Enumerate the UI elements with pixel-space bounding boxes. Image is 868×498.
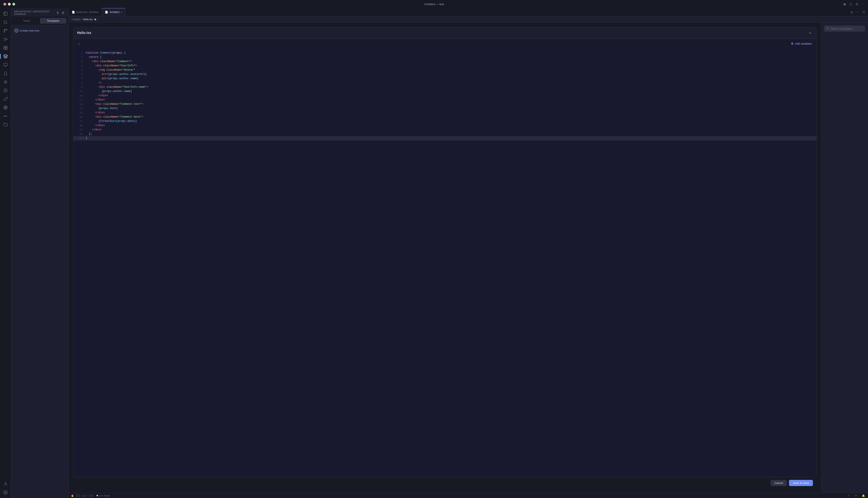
live-share-button[interactable]: Live Share [95, 494, 112, 497]
status-right: ↩ ⟳ 🔔 [846, 493, 866, 498]
tab-extension-architect[interactable]: 📄 Extension: Architect [69, 8, 102, 16]
svg-rect-0 [4, 12, 7, 16]
sidebar-settings-button[interactable]: ⚙ [61, 11, 66, 15]
tab-icon: 📄 [72, 11, 75, 14]
plus-circle-icon: + [14, 29, 18, 32]
more-actions-button[interactable]: ⋯ [855, 10, 860, 15]
code-line-18: 18 </div> [73, 123, 817, 128]
dots-icon[interactable]: ⋯ [861, 2, 866, 6]
info-badge[interactable]: 0 [89, 494, 93, 497]
fire-status-icon: 🔥 [71, 494, 74, 497]
search-templates-wrapper [824, 26, 865, 31]
editor-area: 📄 Extension: Architect 📄 Architect × ⊟ ⋯ [69, 8, 868, 498]
titlebar-icons: ▣ ◫ ⊞ ⋯ [842, 2, 866, 6]
flask-activity-icon[interactable] [2, 69, 9, 77]
code-line-20: 20 }; [73, 132, 817, 136]
errors-badge[interactable]: 0 [76, 494, 80, 497]
tab-architect[interactable]: 📄 Architect × [102, 8, 126, 16]
sidebar: ARCHITECHT: ARCHITECHT SIDEBAR ⇅ ⚙ Trees… [11, 8, 69, 498]
svg-rect-11 [5, 46, 7, 48]
code-line-7: 7 alt={props.author.name} [73, 76, 817, 81]
upload-activity-icon[interactable] [2, 87, 9, 94]
monitor-activity-icon[interactable] [2, 61, 9, 69]
svg-point-23 [5, 492, 6, 493]
modal-toolbar: ⤢ ⊕ Add variables [73, 39, 817, 48]
close-button[interactable] [3, 3, 6, 5]
status-left: 🔥 0 0 0 Live Share [71, 494, 112, 497]
sidebar-sort-button[interactable]: ⇅ [55, 11, 60, 15]
editor-content: Hello.tsx ✕ ⤢ ⊕ Add variables 1 funct [69, 23, 868, 493]
cancel-button[interactable]: Cancel [770, 480, 787, 486]
code-line-16: 16 <div className="Comment-date"> [73, 115, 817, 119]
architect-activity-icon[interactable] [2, 52, 9, 60]
expand-button[interactable]: ⤢ [76, 41, 82, 47]
lightning-activity-icon[interactable] [2, 78, 9, 86]
code-line-5: 5 <img className="Avatar" [73, 68, 817, 72]
code-line-21: 21 } [73, 136, 817, 140]
code-line-19: 19 </div> [73, 128, 817, 132]
grid-icon[interactable]: ⊞ [855, 2, 859, 6]
globe-activity-icon[interactable] [2, 104, 9, 112]
code-line-4: 4 <div className="UserInfo"> [73, 64, 817, 68]
svg-point-22 [5, 482, 6, 484]
run-debug-icon[interactable] [2, 36, 9, 43]
extensions-icon[interactable] [2, 44, 9, 52]
paintbrush-activity-icon[interactable] [2, 95, 9, 103]
tab-trees[interactable]: Trees [13, 18, 40, 24]
code-line-6: 6 src={props.author.avatarUrl} [73, 72, 817, 76]
status-bar: 🔥 0 0 0 Live Share ↩ [69, 493, 868, 498]
minimize-button[interactable] [8, 3, 11, 5]
source-control-icon[interactable] [2, 27, 9, 35]
code-line-2: 2 return ( [73, 55, 817, 59]
tab-bar-actions: ⊟ ⋯ [847, 10, 868, 15]
history-button[interactable]: ↩ [846, 493, 851, 498]
add-variables-button[interactable]: ⊕ Add variables [789, 41, 814, 46]
window-title: Architect — test [424, 2, 444, 6]
modal-close-button[interactable]: ✕ [807, 30, 813, 36]
maximize-button[interactable] [12, 3, 15, 5]
files-icon[interactable] [2, 10, 9, 17]
code-line-11: 11 </div> [73, 93, 817, 98]
traffic-lights [3, 3, 15, 5]
search-activity-icon[interactable] [2, 18, 9, 26]
breadcrumb-separator: / [81, 18, 82, 21]
split-editor-button[interactable]: ⊟ [849, 10, 854, 15]
modal-actions: Cancel Save & close [73, 477, 817, 489]
tab-templates[interactable]: Templates [40, 18, 67, 24]
split-icon[interactable]: ◫ [848, 2, 853, 6]
svg-point-3 [4, 21, 7, 24]
person-activity-icon[interactable] [2, 480, 9, 488]
create-new-tree-button[interactable]: + Create new tree [13, 28, 66, 33]
code-line-10: 10 {props.author.name} [73, 89, 817, 93]
sidebar-tabs: Trees Templates [11, 17, 68, 25]
search-templates-input[interactable] [831, 27, 863, 30]
gear-activity-icon[interactable] [2, 489, 9, 496]
svg-line-4 [6, 23, 7, 24]
modal-card: Hello.tsx ✕ ⤢ ⊕ Add variables 1 funct [73, 27, 817, 477]
breadcrumb-current: Hello.tsx [83, 18, 93, 21]
code-editor[interactable]: 1 function Comment(props) { 2 return ( 3… [73, 48, 817, 471]
svg-marker-17 [4, 80, 7, 84]
warnings-badge[interactable]: 0 [82, 494, 87, 497]
svg-point-9 [6, 39, 7, 40]
bell-button[interactable]: 🔔 [861, 493, 866, 498]
tab-close-button[interactable]: × [121, 11, 123, 14]
live-share-dot [97, 495, 98, 496]
code-line-1: 1 function Comment(props) { [73, 51, 817, 55]
breadcrumb-modified-dot [94, 18, 96, 20]
aws-activity-icon[interactable]: aws [2, 112, 9, 120]
layout-icon[interactable]: ▣ [842, 2, 847, 6]
code-line-15: 15 </div> [73, 110, 817, 115]
code-line-3: 3 <div className="Comment"> [73, 59, 817, 64]
save-close-button[interactable]: Save & close [789, 480, 813, 486]
breadcrumb-parent[interactable]: Untitled [72, 18, 80, 21]
code-line-13: 13 <div className="Comment-text"> [73, 102, 817, 106]
folder-activity-icon[interactable] [2, 121, 9, 129]
tab-bar: 📄 Extension: Architect 📄 Architect × ⊟ ⋯ [69, 8, 868, 16]
sync-button[interactable]: ⟳ [854, 493, 859, 498]
sidebar-header: ARCHITECHT: ARCHITECHT SIDEBAR ⇅ ⚙ [11, 8, 68, 17]
svg-point-24 [863, 11, 864, 12]
live-share-label: Live Share [99, 494, 110, 497]
user-icon[interactable] [861, 10, 866, 15]
modal-header: Hello.tsx ✕ [73, 27, 817, 39]
